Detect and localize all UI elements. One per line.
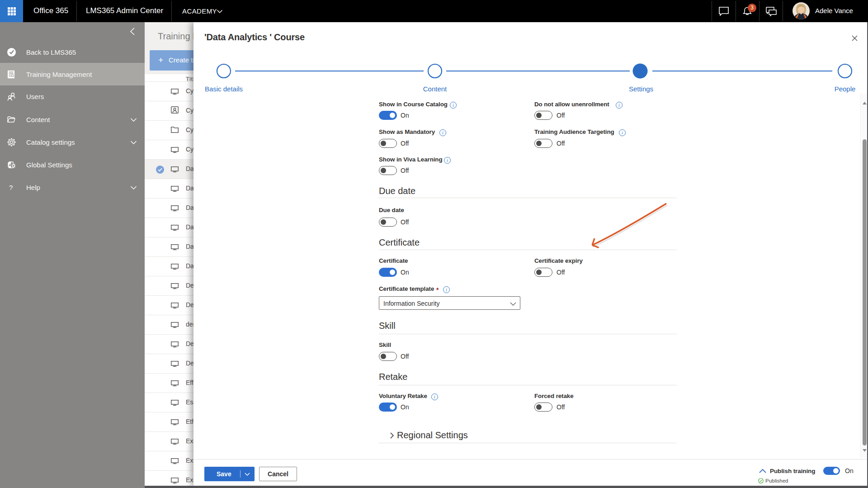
svg-text:A: A [9,163,11,167]
